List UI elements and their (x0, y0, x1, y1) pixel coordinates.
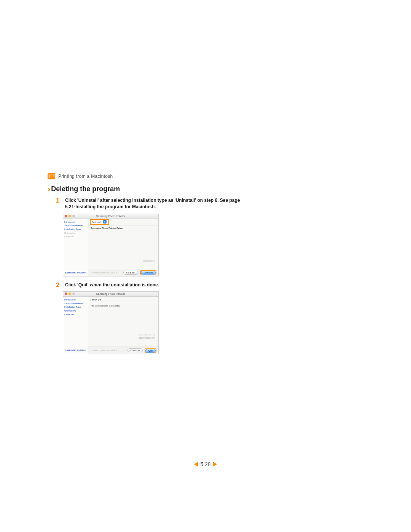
highlight-box: Quit (145, 348, 156, 353)
zoom-icon (72, 292, 75, 295)
powered-by-text: Installation powered by VISE X (91, 272, 117, 274)
page-number-text: 5.28 (200, 461, 210, 467)
camera-icon (48, 173, 55, 179)
minimize-icon (68, 292, 71, 295)
quit-button[interactable]: Quit (145, 349, 156, 353)
window-title: Samsung Photo Installer (96, 292, 125, 295)
arrow-right-icon (213, 462, 217, 466)
samsung-logo: SAMSUNG DIGITall (65, 349, 86, 351)
installer-sidebar: Introduction Select Destination Installa… (63, 219, 88, 276)
screenshot-finish: Samsung Photo Installer Introduction Sel… (63, 291, 159, 354)
installer-body: Introduction Select Destination Installa… (63, 219, 158, 276)
uninstall-button[interactable]: Uninstall (141, 271, 156, 275)
breadcrumb-text: Printing from a Macintosh (58, 174, 113, 179)
content-block: Printing from a Macintosh ›› Deleting th… (48, 173, 264, 359)
continue-button[interactable]: Continue (127, 348, 143, 352)
step-number: 1 (56, 197, 61, 211)
chevron-double-icon: ›› (48, 185, 48, 193)
page-number: 5.28 (0, 461, 411, 467)
traffic-lights (65, 292, 75, 295)
side-item: Uninstalling (64, 232, 87, 235)
section-breadcrumb: Printing from a Macintosh (48, 173, 264, 179)
success-message: The uninstall was successful. (91, 305, 156, 307)
side-item: Finish Up (64, 313, 87, 317)
samsung-logo: SAMSUNG DIGITall (65, 272, 86, 274)
watermark-text: Installation (143, 259, 155, 262)
bar-title: Finish Up (91, 299, 101, 301)
side-item: Finish Up (64, 235, 87, 239)
powered-by-text: Installation powered by VISE X (91, 349, 117, 351)
installer-main: Uninstall ⇕ Samsung Photo Printer Driver… (88, 219, 158, 276)
content-pane: The uninstall was successful. SAMSUNG DI… (88, 303, 158, 347)
select-label: Uninstall (92, 221, 101, 223)
screenshot-uninstall: Samsung Photo Installer Introduction Sel… (63, 214, 159, 276)
step-2: 2 Click 'Quit' when the uninstallation i… (56, 282, 264, 288)
side-item: Installation Type (64, 228, 87, 232)
toolbar: Finish Up (88, 297, 158, 303)
installer-footer: Installation powered by VISE X Continue … (88, 347, 158, 354)
installer-sidebar: Introduction Select Destination Installa… (63, 297, 88, 354)
step-text: Click 'Uninstall' after selecting instal… (65, 197, 252, 211)
step-text: Click 'Quit' when the uninstallation is … (65, 282, 159, 288)
side-item: Introduction (64, 298, 87, 302)
zoom-icon (72, 215, 75, 217)
arrow-left-icon (194, 462, 198, 466)
side-item: Uninstalling (64, 309, 87, 313)
content-pane: Samsung Photo Printer Driver Installatio… (88, 225, 158, 269)
go-back-button[interactable]: Go Back (123, 271, 138, 275)
install-type-select[interactable]: Uninstall ⇕ (91, 220, 108, 224)
watermark-text: Installation (139, 336, 155, 340)
installer-footer: Installation powered by VISE X Go Back U… (88, 269, 158, 276)
highlight-box: Uninstall ⇕ (90, 219, 109, 225)
installer-main: Finish Up The uninstall was successful. … (88, 297, 158, 354)
highlight-box: Uninstall (140, 270, 156, 275)
page-heading: Deleting the program (51, 185, 120, 193)
step-number: 2 (56, 282, 61, 288)
close-icon (65, 215, 67, 217)
watermark-caption: SAMSUNG DIGITall (139, 334, 155, 336)
side-item: Installation Type (64, 305, 87, 309)
chevron-down-icon: ⇕ (103, 220, 107, 224)
minimize-icon (68, 215, 71, 217)
mac-titlebar: Samsung Photo Installer (63, 214, 158, 219)
window-title: Samsung Photo Installer (96, 215, 125, 217)
heading-row: ›› Deleting the program (48, 185, 264, 193)
manual-page: Printing from a Macintosh ›› Deleting th… (0, 0, 411, 532)
installer-body: Introduction Select Destination Installa… (63, 297, 158, 354)
step-1: 1 Click 'Uninstall' after selecting inst… (56, 197, 264, 211)
side-item: Introduction (64, 220, 87, 224)
pane-heading: Samsung Photo Printer Driver (91, 227, 156, 229)
mac-titlebar: Samsung Photo Installer (63, 292, 158, 297)
side-item: Select Destination (64, 302, 87, 306)
close-icon (65, 292, 67, 295)
side-item: Select Destination (64, 224, 87, 228)
traffic-lights (65, 215, 75, 217)
toolbar: Uninstall ⇕ (88, 219, 158, 225)
